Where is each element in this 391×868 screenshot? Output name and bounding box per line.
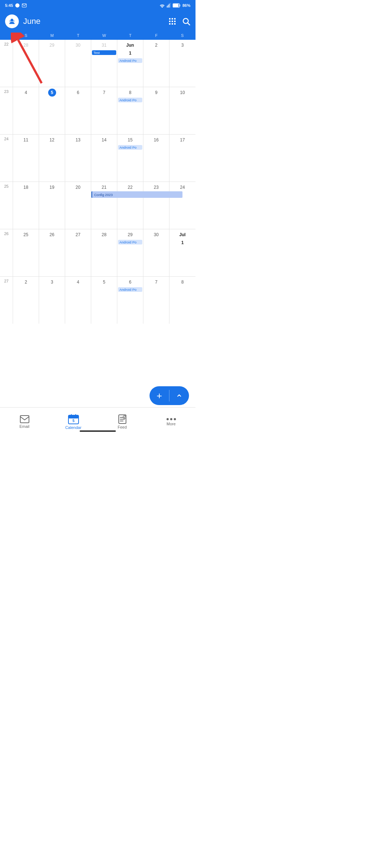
avatar-button[interactable] xyxy=(5,14,19,28)
day-cell-29[interactable]: 29 xyxy=(39,40,65,87)
day-num-5b: 5 xyxy=(100,278,108,286)
day-num-11: 11 xyxy=(22,136,30,144)
day-cell-15[interactable]: 15 Android Po xyxy=(117,135,143,182)
day-num-23d: 23 xyxy=(152,183,160,191)
day-cell-22[interactable]: 22 Android Po xyxy=(117,182,143,229)
day-cell-21[interactable]: 21 xyxy=(91,182,117,229)
event-android-15[interactable]: Android Po xyxy=(118,145,142,150)
day-cell-6[interactable]: 6 xyxy=(65,87,91,134)
day-num-8b: 8 xyxy=(178,278,186,286)
svg-rect-14 xyxy=(172,18,173,20)
day-cell-2b[interactable]: 2 xyxy=(13,277,39,324)
day-cell-30b[interactable]: 30 xyxy=(143,229,169,276)
event-test[interactable]: Test xyxy=(92,50,116,55)
day-cell-29b[interactable]: 29 Android Po xyxy=(117,229,143,276)
day-cell-3[interactable]: 3 xyxy=(169,40,196,87)
week-row-27: 27 2 3 4 5 6 Android Po 7 8 xyxy=(0,277,196,324)
wifi-icon xyxy=(160,4,165,8)
search-icon xyxy=(182,17,190,26)
event-config-2023[interactable]: Config 2023 xyxy=(91,191,182,198)
day-cell-27[interactable]: 27 xyxy=(65,229,91,276)
day-num-6: 6 xyxy=(74,89,82,97)
nav-item-calendar[interactable]: 5 Calendar xyxy=(49,412,98,430)
day-cell-jul1[interactable]: Jul 1 xyxy=(169,229,196,276)
week-num-24: 24 xyxy=(0,135,13,182)
day-cell-10[interactable]: 10 xyxy=(169,87,196,134)
nav-label-calendar: Calendar xyxy=(65,425,81,430)
day-num-29: 29 xyxy=(48,41,56,49)
home-indicator xyxy=(80,430,116,432)
svg-point-0 xyxy=(15,3,20,8)
search-button[interactable] xyxy=(182,17,190,26)
day-num-4: 4 xyxy=(22,89,30,97)
day-header-mon: M xyxy=(39,33,65,38)
day-cell-2[interactable]: 2 xyxy=(143,40,169,87)
week-row-26: 26 25 26 27 28 29 Android Po 30 Jul 1 xyxy=(0,229,196,277)
day-num-27d: 27 xyxy=(74,231,82,239)
week-24-container: 24 11 12 13 14 15 Android Po 16 17 xyxy=(0,135,196,182)
day-cell-25[interactable]: 25 xyxy=(13,229,39,276)
day-cell-9[interactable]: 9 xyxy=(143,87,169,134)
nav-item-more[interactable]: More xyxy=(147,416,196,426)
day-cell-30[interactable]: 30 xyxy=(65,40,91,87)
day-cell-7[interactable]: 7 xyxy=(91,87,117,134)
event-android-jun1[interactable]: Android Po xyxy=(118,58,142,63)
fab-scroll-up-button[interactable] xyxy=(169,386,189,405)
day-num-3: 3 xyxy=(178,41,186,49)
fab-add-icon: + xyxy=(156,390,162,401)
day-cell-28[interactable]: 28 xyxy=(13,40,39,87)
more-nav-icon xyxy=(167,418,176,421)
svg-point-37 xyxy=(167,418,169,420)
day-cell-7b[interactable]: 7 xyxy=(143,277,169,324)
day-cell-14[interactable]: 14 xyxy=(91,135,117,182)
day-cell-23[interactable]: 23 xyxy=(143,182,169,229)
day-num-24d: 24 xyxy=(178,183,186,191)
day-cell-5b[interactable]: 5 xyxy=(91,277,117,324)
day-num-13: 13 xyxy=(74,136,82,144)
day-cell-5[interactable]: 5 xyxy=(39,87,65,134)
day-cell-16[interactable]: 16 xyxy=(143,135,169,182)
day-num-jul1: Jul 1 xyxy=(178,231,186,247)
fab-add-button[interactable]: + xyxy=(150,386,169,405)
day-num-20: 20 xyxy=(74,183,82,191)
day-cell-17[interactable]: 17 xyxy=(169,135,196,182)
event-android-6b[interactable]: Android Po xyxy=(118,287,142,292)
day-cell-3b[interactable]: 3 xyxy=(39,277,65,324)
day-num-7: 7 xyxy=(100,89,108,97)
day-cell-31[interactable]: 31 Test xyxy=(91,40,117,87)
nav-item-feed[interactable]: Feed xyxy=(98,412,147,429)
grid-icon xyxy=(168,17,177,26)
fab-container: + xyxy=(150,386,189,405)
event-android-8[interactable]: Android Po xyxy=(118,98,142,102)
day-cell-8b[interactable]: 8 xyxy=(169,277,196,324)
day-cell-4[interactable]: 4 xyxy=(13,87,39,134)
day-cell-13[interactable]: 13 xyxy=(65,135,91,182)
day-cell-jun1[interactable]: Jun 1 Android Po xyxy=(117,40,143,87)
svg-rect-10 xyxy=(173,4,178,7)
event-android-29[interactable]: Android Po xyxy=(118,240,142,244)
day-cell-4b[interactable]: 4 xyxy=(65,277,91,324)
nav-item-email[interactable]: Email xyxy=(0,413,49,429)
week-27-container: 27 2 3 4 5 6 Android Po 7 8 xyxy=(0,277,196,324)
grid-view-button[interactable] xyxy=(168,17,177,26)
day-cell-11[interactable]: 11 xyxy=(13,135,39,182)
svg-point-38 xyxy=(170,418,172,420)
week-num-25: 25 xyxy=(0,182,13,229)
day-cell-8[interactable]: 8 Android Po xyxy=(117,87,143,134)
day-cell-6b[interactable]: 6 Android Po xyxy=(117,277,143,324)
day-num-18: 18 xyxy=(22,183,30,191)
day-cell-24[interactable]: 24 xyxy=(169,182,196,229)
svg-rect-16 xyxy=(169,21,171,22)
day-cell-19[interactable]: 19 xyxy=(39,182,65,229)
day-cell-18[interactable]: 18 xyxy=(13,182,39,229)
feed-nav-icon xyxy=(118,414,127,424)
day-cell-28b[interactable]: 28 xyxy=(91,229,117,276)
day-cell-20[interactable]: 20 xyxy=(65,182,91,229)
day-num-7b: 7 xyxy=(152,278,160,286)
week-num-23: 23 xyxy=(0,87,13,134)
svg-rect-6 xyxy=(169,4,170,7)
signal-icon xyxy=(167,3,171,8)
svg-rect-26 xyxy=(20,416,29,423)
day-cell-12[interactable]: 12 xyxy=(39,135,65,182)
day-cell-26[interactable]: 26 xyxy=(39,229,65,276)
